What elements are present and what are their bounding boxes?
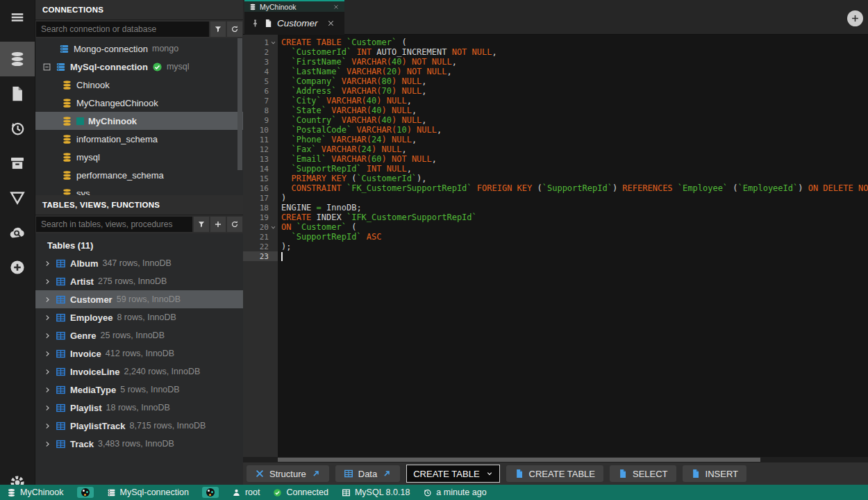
code-area[interactable]: CREATE TABLE `Customer` ( `CustomerId` I… — [278, 35, 868, 457]
table-item-Artist[interactable]: Artist275 rows, InnoDB — [35, 272, 243, 290]
table-item-Genre[interactable]: Genre25 rows, InnoDB — [35, 326, 243, 344]
database-item-Chinook[interactable]: Chinook — [35, 76, 243, 94]
file-icon — [618, 469, 628, 478]
database-item-sys[interactable]: sys — [35, 184, 243, 195]
server-icon — [59, 44, 69, 54]
horizontal-scrollbar-thumb[interactable] — [278, 458, 760, 462]
table-meta: 8 rows, InnoDB — [117, 312, 176, 322]
tables-search-input[interactable] — [36, 217, 192, 232]
document-tab-label: Customer — [277, 18, 318, 28]
chevron-right-icon[interactable] — [44, 440, 51, 448]
database-item-mysql[interactable]: mysql — [35, 148, 243, 166]
activity-item-history[interactable] — [0, 111, 35, 146]
status-active-connection[interactable]: MySql-connection — [107, 488, 189, 497]
table-name: Album — [70, 258, 98, 269]
tab-document-customer[interactable]: Customer — [244, 12, 344, 35]
activity-item-backup[interactable] — [0, 146, 35, 181]
table-item-Customer[interactable]: Customer59 rows, InnoDB — [35, 290, 243, 308]
close-icon[interactable] — [333, 3, 340, 10]
chevron-right-icon[interactable] — [44, 296, 51, 303]
minus-box-icon[interactable] — [42, 62, 51, 72]
database-item-MyChangedChinook[interactable]: MyChangedChinook — [35, 94, 243, 112]
app-badge-icon[interactable] — [77, 487, 94, 498]
chevron-right-icon[interactable] — [44, 386, 51, 394]
statement-type-select[interactable]: CREATE TABLE — [406, 465, 499, 483]
create-table-button[interactable]: CREATE TABLE — [506, 465, 603, 482]
chevron-right-icon[interactable] — [44, 368, 51, 376]
structure-label: Structure — [269, 469, 306, 479]
chevron-right-icon[interactable] — [44, 350, 51, 358]
status-active-connection-label: MySql-connection — [120, 488, 189, 497]
select-button[interactable]: SELECT — [610, 465, 676, 482]
activity-item-filter[interactable] — [0, 181, 35, 215]
connections-filter-button[interactable] — [210, 22, 226, 37]
tables-filter-button[interactable] — [194, 217, 209, 232]
code-line-23 — [281, 251, 868, 261]
chevron-right-icon[interactable] — [44, 278, 51, 285]
activity-item-connections[interactable] — [0, 42, 35, 76]
line-number-23: 23 — [243, 251, 278, 261]
status-user[interactable]: root — [232, 488, 260, 497]
connections-search-row — [35, 20, 243, 38]
connections-search-input[interactable] — [36, 22, 209, 37]
connection-item-MySql-connection[interactable]: MySql-connectionmysql — [35, 58, 243, 76]
chevron-down-icon[interactable] — [269, 40, 277, 46]
connection-item-Mongo-connection[interactable]: Mongo-connectionmongo — [35, 40, 243, 58]
data-button[interactable]: Data — [335, 465, 400, 482]
tables-add-button[interactable] — [210, 217, 226, 232]
chevron-right-icon[interactable] — [44, 422, 51, 430]
table-item-Playlist[interactable]: Playlist18 rows, InnoDB — [35, 399, 243, 417]
activity-item-menu[interactable] — [0, 0, 35, 35]
status-active-database[interactable]: MyChinook — [7, 488, 64, 497]
table-item-MediaType[interactable]: MediaType5 rows, InnoDB — [35, 381, 243, 399]
tree-item-label: MySql-connection — [70, 62, 148, 72]
status-server-version[interactable]: MySQL 8.0.18 — [342, 488, 410, 497]
connections-panel-title: CONNECTIONS — [35, 0, 243, 20]
connections-scrollbar-thumb[interactable] — [237, 38, 242, 170]
chevron-right-icon[interactable] — [44, 260, 51, 267]
pin-icon[interactable] — [251, 19, 260, 28]
table-grid-icon — [56, 367, 66, 377]
chevron-right-icon[interactable] — [44, 332, 51, 340]
add-tab-button[interactable] — [847, 10, 863, 26]
code-line-3: `FirstName` VARCHAR(40) NOT NULL, — [281, 57, 868, 67]
database-item-MyChinook[interactable]: MyChinook — [35, 112, 243, 130]
table-name: InvoiceLine — [70, 367, 120, 377]
connections-refresh-button[interactable] — [227, 22, 242, 37]
tab-connection-mychinook[interactable]: MyChinook — [244, 0, 344, 12]
database-item-performance_schema[interactable]: performance_schema — [35, 166, 243, 184]
tables-refresh-button[interactable] — [227, 217, 242, 232]
status-active-database-label: MyChinook — [20, 488, 64, 497]
status-server-version-label: MySQL 8.0.18 — [355, 488, 410, 497]
activity-item-add-connection[interactable] — [0, 250, 35, 285]
activity-item-cloud-search[interactable] — [0, 215, 35, 250]
editor-toolbar: StructureDataCREATE TABLECREATE TABLESEL… — [243, 462, 868, 485]
code-line-15: PRIMARY KEY (`CustomerId`), — [281, 174, 868, 183]
chevron-right-icon[interactable] — [44, 314, 51, 322]
status-last-refresh[interactable]: a minute ago — [423, 488, 486, 497]
chevron-right-icon[interactable] — [44, 404, 51, 412]
table-grid-icon — [56, 258, 66, 269]
app-badge-icon[interactable] — [202, 487, 219, 498]
database-item-information_schema[interactable]: information_schema — [35, 130, 243, 148]
external-icon — [382, 469, 392, 478]
table-grid-icon — [56, 331, 66, 341]
table-item-Track[interactable]: Track3,483 rows, InnoDB — [35, 435, 243, 453]
insert-button[interactable]: INSERT — [683, 465, 746, 482]
table-item-PlaylistTrack[interactable]: PlaylistTrack8,715 rows, InnoDB — [35, 417, 243, 435]
table-item-InvoiceLine[interactable]: InvoiceLine2,240 rows, InnoDB — [35, 362, 243, 381]
plus-icon — [851, 14, 860, 23]
tree-item-label: performance_schema — [76, 170, 164, 181]
table-item-Invoice[interactable]: Invoice412 rows, InnoDB — [35, 344, 243, 362]
chevron-down-icon[interactable] — [269, 224, 277, 231]
close-icon[interactable] — [326, 19, 335, 28]
activity-item-files[interactable] — [0, 76, 35, 111]
menu-icon — [9, 9, 26, 26]
table-meta: 275 rows, InnoDB — [98, 276, 167, 286]
tables-group-row[interactable]: Tables (11) — [35, 236, 243, 254]
table-item-Album[interactable]: Album347 rows, InnoDB — [35, 254, 243, 272]
file-icon — [515, 469, 524, 478]
status-connection-status[interactable]: Connected — [273, 488, 328, 497]
table-item-Employee[interactable]: Employee8 rows, InnoDB — [35, 308, 243, 326]
structure-button[interactable]: Structure — [247, 465, 329, 482]
